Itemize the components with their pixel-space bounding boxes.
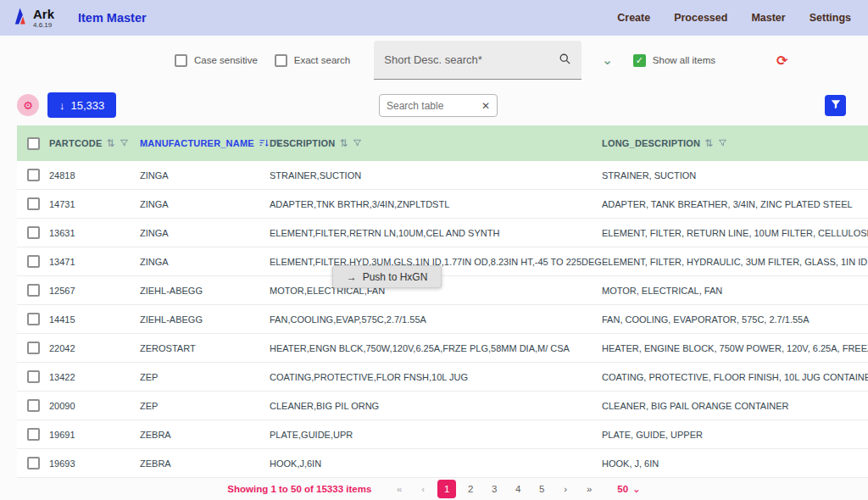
column-header-description[interactable]: DESCRIPTION ⇅	[270, 137, 602, 149]
show-all-items-checkbox[interactable]: ✓	[633, 54, 646, 67]
pink-action-button[interactable]: ⚙	[17, 94, 39, 116]
table-filter-button[interactable]	[825, 95, 846, 116]
table-row[interactable]: 20090ZEPCLEANER,BIG PIL ORNGCLEANER, BIG…	[17, 392, 868, 420]
table-row[interactable]: 13471ZINGAELEMENT,FILTER,HYD,3UM,GLS,1IN…	[17, 247, 868, 276]
table-row[interactable]: 22042ZEROSTARTHEATER,ENGN BLCK,750W,120V…	[17, 334, 868, 363]
refresh-icon[interactable]: ⟳	[776, 53, 787, 69]
clear-search-icon[interactable]: ✕	[481, 100, 490, 112]
cell-partcode: 24818	[49, 170, 140, 181]
cell-partcode: 14731	[49, 199, 140, 209]
download-items-button[interactable]: ↓ 15,333	[47, 92, 116, 118]
cell-description: FAN,COOLING,EVAP,575C,2.7/1.55A	[270, 314, 602, 325]
cell-manufacturer-name: ZEBRA	[140, 458, 270, 469]
row-checkbox-cell	[17, 226, 49, 239]
filter-funnel-icon[interactable]	[353, 138, 362, 149]
page-size-select[interactable]: 50 ⌄	[617, 483, 640, 495]
exact-search-label: Exact search	[294, 55, 350, 65]
column-header-partcode[interactable]: PARTCODE ⇅	[49, 137, 140, 149]
items-table: PARTCODE ⇅ MANUFACTURER_NAME DESCRIPTION…	[17, 125, 868, 478]
nav-item-processed[interactable]: Processed	[674, 12, 727, 24]
row-checkbox[interactable]	[27, 428, 40, 441]
table-row[interactable]: 14731ZINGAADAPTER,TNK BRTHR,3/4IN,ZNPLTD…	[17, 190, 868, 219]
row-checkbox[interactable]	[27, 197, 40, 210]
case-sensitive-checkbox[interactable]	[175, 54, 187, 67]
row-checkbox[interactable]	[27, 370, 40, 383]
cell-long-description: HOOK, J, 6IN	[602, 458, 868, 469]
filter-icon	[830, 98, 842, 113]
page-button-3[interactable]: 3	[485, 480, 504, 498]
row-checkbox-cell	[17, 370, 49, 383]
table-search-placeholder: Search table	[387, 100, 443, 112]
column-header-manufacturer-name[interactable]: MANUFACTURER_NAME	[140, 137, 270, 150]
push-to-hxgn-menu-item[interactable]: → Push to HxGN	[332, 265, 442, 288]
page-size-value: 50	[617, 484, 628, 494]
cell-long-description: ELEMENT, FILTER, HYDRAULIC, 3UM FILTER, …	[602, 257, 868, 267]
page-list: 12345	[437, 480, 551, 498]
next-page-button[interactable]: ›	[556, 480, 575, 498]
filter-funnel-icon[interactable]	[120, 138, 129, 149]
table-row[interactable]: 14415ZIEHL-ABEGGFAN,COOLING,EVAP,575C,2.…	[17, 305, 868, 334]
cell-partcode: 22042	[49, 343, 140, 353]
cell-long-description: FAN, COOLING, EVAPORATOR, 575C, 2.7/1.55…	[602, 314, 868, 325]
cell-long-description: HEATER, ENGINE BLOCK, 750W POWER, 120V, …	[602, 343, 868, 353]
table-search-input[interactable]: Search table ✕	[379, 94, 498, 117]
prev-page-button[interactable]: ‹	[414, 480, 432, 498]
nav-item-master[interactable]: Master	[751, 12, 785, 24]
column-header-long-description[interactable]: LONG_DESCRIPTION ⇅	[602, 137, 868, 149]
row-checkbox[interactable]	[27, 457, 40, 469]
table-row[interactable]: 13422ZEPCOATING,PROTECTIVE,FLOR FNSH,10L…	[17, 363, 868, 392]
exact-search-checkbox[interactable]	[275, 54, 287, 67]
row-checkbox[interactable]	[27, 255, 40, 268]
filter-row: Case sensitive Exact search Short Desc. …	[0, 36, 868, 85]
chevron-down-icon[interactable]: ⌄	[602, 53, 613, 68]
nav-item-create[interactable]: Create	[617, 12, 650, 24]
cell-description: CLEANER,BIG PIL ORNG	[270, 401, 602, 411]
cell-partcode: 13422	[49, 372, 140, 382]
page-button-4[interactable]: 4	[509, 480, 527, 498]
nav-item-settings[interactable]: Settings	[810, 12, 851, 24]
push-to-hxgn-label: Push to HxGN	[363, 271, 428, 283]
table-row[interactable]: 24818ZINGASTRAINER,SUCTIONSTRAINER, SUCT…	[17, 161, 868, 190]
cell-long-description: ADAPTER, TANK BREATHER, 3/4IN, ZINC PLAT…	[602, 199, 868, 209]
select-all-checkbox[interactable]	[27, 137, 40, 150]
cell-description: ADAPTER,TNK BRTHR,3/4IN,ZNPLTDSTL	[270, 199, 602, 209]
row-checkbox[interactable]	[27, 284, 40, 297]
cell-manufacturer-name: ZINGA	[140, 170, 270, 181]
sort-icon[interactable]: ⇅	[339, 137, 348, 149]
cell-long-description: STRAINER, SUCTION	[602, 170, 868, 181]
page-button-5[interactable]: 5	[532, 480, 551, 498]
sort-icon[interactable]: ⇅	[704, 137, 713, 149]
row-checkbox[interactable]	[27, 342, 40, 354]
case-sensitive-label: Case sensitive	[194, 55, 258, 65]
page-button-1[interactable]: 1	[437, 480, 456, 498]
arrow-right-icon: →	[347, 271, 357, 283]
page-button-2[interactable]: 2	[461, 480, 480, 498]
row-checkbox[interactable]	[27, 313, 40, 325]
cell-manufacturer-name: ZEP	[140, 401, 270, 411]
table-row[interactable]: 19693ZEBRAHOOK,J,6INHOOK, J, 6IN	[17, 449, 868, 478]
row-checkbox[interactable]	[27, 169, 40, 181]
cell-partcode: 12567	[49, 286, 140, 296]
cell-description: HEATER,ENGN BLCK,750W,120V,6.25A,FRZE PL…	[270, 343, 602, 353]
pagination-controls: « ‹ 12345 › »	[390, 480, 598, 498]
toolbar: ⚙ ↓ 15,333 Search table ✕	[0, 85, 868, 125]
show-all-items-option: ✓ Show all items	[633, 54, 715, 67]
last-page-button[interactable]: »	[580, 480, 598, 498]
sort-icon[interactable]: ⇅	[107, 137, 115, 149]
short-desc-search-input[interactable]: Short Desc. search*	[374, 41, 581, 80]
first-page-button[interactable]: «	[390, 480, 409, 498]
table-row[interactable]: 13631ZINGAELEMENT,FILTER,RETRN LN,10UM,C…	[17, 219, 868, 247]
active-sort-icon[interactable]	[259, 137, 270, 150]
filter-funnel-icon[interactable]	[718, 138, 727, 149]
row-checkbox[interactable]	[27, 399, 40, 412]
row-checkbox-cell	[17, 313, 49, 325]
ark-logo[interactable]: Ark 4.6.19	[12, 6, 54, 30]
table-row[interactable]: 12567ZIEHL-ABEGGMOTOR,ELECTRICAL,FANMOTO…	[17, 276, 868, 305]
row-checkbox[interactable]	[27, 226, 40, 239]
cell-description: COATING,PROTECTIVE,FLOR FNSH,10L JUG	[270, 372, 602, 382]
row-checkbox-cell	[17, 197, 49, 210]
cell-description: ELEMENT,FILTER,RETRN LN,10UM,CEL AND SYN…	[270, 228, 602, 238]
table-row[interactable]: 19691ZEBRAPLATE,GUIDE,UPRPLATE, GUIDE, U…	[17, 420, 868, 449]
cell-manufacturer-name: ZINGA	[140, 228, 270, 238]
exact-search-option: Exact search	[275, 54, 350, 67]
